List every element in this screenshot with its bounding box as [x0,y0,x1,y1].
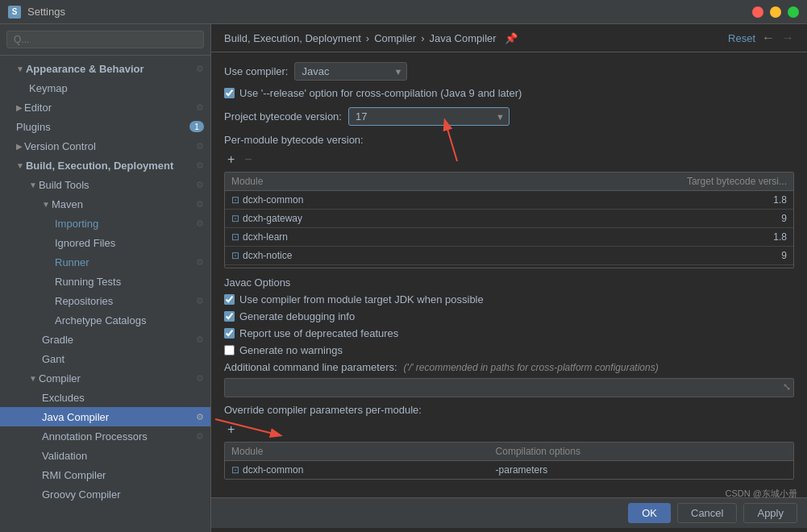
add-override-button[interactable]: + [224,421,238,438]
additional-params-label: Additional command line parameters: [224,361,397,373]
settings-icon: ⚙ [196,64,204,74]
app-icon: S [8,6,21,19]
sidebar-item-label: Compiler [39,372,81,384]
sidebar-item-compiler[interactable]: ▼ Compiler ⚙ [0,368,210,388]
sidebar-item-repositories[interactable]: Repositories ⚙ [0,291,210,310]
expand-icon[interactable]: ⤡ [783,381,791,393]
table-row[interactable]: ⊡ dcxh-gateway 9 [225,210,793,228]
sidebar-item-version-control[interactable]: ▶ Version Control ⚙ [0,136,210,156]
sidebar-item-appearance[interactable]: ▼ Appearance & Behavior ⚙ [0,59,210,78]
breadcrumb-sep2: › [421,32,424,44]
sidebar-item-label: Groovy Compiler [42,488,121,501]
sidebar-item-keymap[interactable]: Keymap [0,78,210,98]
pin-icon: 📌 [505,32,518,44]
module-cell: ⊡ dcxh-common [225,461,489,480]
close-button[interactable] [752,6,763,18]
override-table: Module Compilation options ⊡ dcxh- [225,443,793,479]
add-module-button[interactable]: + [224,151,238,168]
table-row[interactable]: ⊡ dcxh-common 1.8 [225,191,793,210]
arrow-icon: ▶ [16,142,23,151]
sidebar-item-plugins[interactable]: Plugins 1 [0,117,210,136]
javac-option-2: Report use of deprecated features [224,327,794,339]
sidebar-item-gant[interactable]: Gant [0,349,210,368]
javac-checkbox-0[interactable] [224,294,235,305]
compilation-options: -parameters [489,461,793,480]
sidebar-item-label: Java Compiler [42,411,109,423]
maximize-button[interactable] [788,6,799,18]
sidebar-item-label: Editor [24,102,52,114]
bytecode-version-row: Project bytecode version: 891011 1213141… [224,107,794,126]
sidebar-item-groovy-compiler[interactable]: Groovy Compiler [0,484,210,504]
title-bar-left: S Settings [8,6,65,19]
window-title: Settings [27,6,65,18]
module-cell: ⊡ dcxh-auth [225,265,469,269]
sidebar-item-excludes[interactable]: Excludes [0,388,210,407]
table-row[interactable]: ⊡ dcxh-learn 1.8 [225,228,793,247]
reset-button[interactable]: Reset [728,32,755,44]
sidebar-item-validation[interactable]: Validation [0,446,210,465]
module-name: dcxh-learn [243,231,288,243]
sidebar-item-label: Importing [55,218,98,230]
sidebar-item-build-exec-deploy[interactable]: ▼ Build, Execution, Deployment ⚙ [0,156,210,175]
per-module-section-title: Per-module bytecode version: [224,134,794,146]
target-value: 9 [469,210,793,228]
sidebar-item-label: Running Tests [55,276,121,288]
bytecode-version-label: Project bytecode version: [224,110,342,123]
apply-button[interactable]: Apply [743,503,797,523]
sidebar-item-label: Build Tools [39,179,89,191]
sidebar-item-build-tools[interactable]: ▼ Build Tools ⚙ [0,175,210,194]
module-name: dcxh-common [243,464,303,476]
sidebar-item-annotation-processors[interactable]: Annotation Processors ⚙ [0,426,210,446]
additional-params-input[interactable] [224,378,794,397]
sidebar-item-importing[interactable]: Importing ⚙ [0,214,210,233]
sidebar-item-ignored-files[interactable]: Ignored Files [0,233,210,252]
content-header: Build, Execution, Deployment › Compiler … [211,24,807,52]
minimize-button[interactable] [770,6,781,18]
sidebar-item-label: Annotation Processors [42,430,148,443]
sidebar-item-label: Version Control [24,140,96,152]
module-cell: ⊡ dcxh-common [225,191,469,210]
additional-params-input-wrapper: ⤡ [224,378,794,397]
sidebar-item-runner[interactable]: Runner ⚙ [0,252,210,272]
table-row[interactable]: ⊡ dcxh-notice 9 [225,247,793,265]
release-option-checkbox[interactable] [224,88,235,98]
sidebar-item-gradle[interactable]: Gradle ⚙ [0,330,210,349]
sidebar-item-label: Build, Execution, Deployment [26,160,173,172]
breadcrumb-part2: Compiler [374,32,416,44]
additional-params-hint: ('/' recommended in paths for cross-plat… [404,362,659,373]
javac-checkbox-2[interactable] [224,328,235,339]
javac-checkbox-1[interactable] [224,311,235,322]
compiler-select[interactable]: Javac Eclipse Ajc [294,62,407,81]
bytecode-version-select[interactable]: 891011 12131415 161718 [348,107,510,126]
sidebar-item-label: Gant [42,353,64,365]
sidebar-item-label: Validation [42,450,87,462]
sidebar-item-archetype-catalogs[interactable]: Archetype Catalogs [0,310,210,330]
release-option-label: Use '--release' option for cross-compila… [239,87,522,99]
bottom-bar: OK Cancel Apply [211,497,807,528]
search-input[interactable] [6,31,204,48]
javac-checkbox-3[interactable] [224,345,235,355]
ok-button[interactable]: OK [628,503,671,523]
sidebar-item-java-compiler[interactable]: Java Compiler ⚙ [0,407,210,426]
settings-icon: ⚙ [196,102,204,113]
sidebar-item-rmi-compiler[interactable]: RMI Compiler [0,465,210,484]
use-compiler-label: Use compiler: [224,65,288,77]
arrow-icon: ▼ [29,374,37,383]
nav-back-button[interactable]: ← [762,31,775,45]
sidebar-item-editor[interactable]: ▶ Editor ⚙ [0,98,210,117]
sidebar-item-running-tests[interactable]: Running Tests [0,272,210,291]
nav-forward-button[interactable]: → [781,31,794,45]
col-target: Target bytecode versi... [469,172,793,191]
module-name: dcxh-gateway [243,213,302,224]
sidebar-item-label: Excludes [42,392,85,404]
target-value: 1.8 [469,228,793,247]
target-value: 9 [469,247,793,265]
sidebar-item-maven[interactable]: ▼ Maven ⚙ [0,194,210,214]
cancel-button[interactable]: Cancel [677,503,737,523]
table-row[interactable]: ⊡ dcxh-auth 9 [225,265,793,269]
sidebar-item-label: Keymap [29,82,68,94]
arrow-icon: ▼ [16,64,24,73]
use-compiler-row: Use compiler: Javac Eclipse Ajc ▼ [224,62,794,81]
remove-module-button[interactable]: − [241,151,255,168]
table-row[interactable]: ⊡ dcxh-common -parameters [225,461,793,480]
